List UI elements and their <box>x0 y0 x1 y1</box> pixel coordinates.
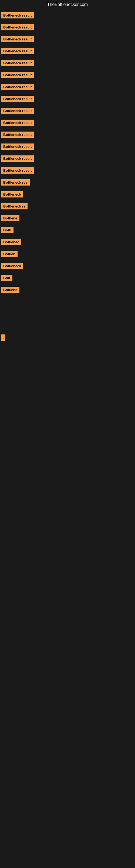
list-item: Bottleneck result <box>0 45 135 57</box>
list-item <box>0 319 135 332</box>
list-item <box>0 308 135 319</box>
list-item: Bottleneck result <box>0 69 135 81</box>
list-item: Bottleneck <box>0 188 135 200</box>
bottleneck-badge[interactable]: Bottleneck re <box>1 203 28 209</box>
list-item <box>0 355 135 367</box>
list-item: Bottlen <box>0 248 135 260</box>
list-item: Bottleneck result <box>0 81 135 93</box>
list-item: Bottleneck result <box>0 129 135 141</box>
bottleneck-badge[interactable]: Bottlene <box>1 287 19 293</box>
list-item: Bottleneck result <box>0 93 135 105</box>
list-item: … <box>0 332 135 343</box>
list-item <box>0 343 135 355</box>
page-wrapper: TheBottlenecker.com Bottleneck resultBot… <box>0 0 135 379</box>
list-item: Bottleneck res <box>0 176 135 188</box>
list-item: Bottleneck result <box>0 117 135 129</box>
list-item: Bottleneck result <box>0 57 135 69</box>
bottleneck-badge[interactable]: Bottleneck result <box>1 120 34 126</box>
bottleneck-badge[interactable]: Bottleneck result <box>1 108 34 114</box>
bottleneck-badge[interactable]: Bottleneck <box>1 191 23 197</box>
site-title: TheBottlenecker.com <box>0 0 135 9</box>
bottleneck-badge[interactable]: Bottleneck <box>1 263 23 269</box>
bottleneck-badge[interactable]: Bottleneck result <box>1 96 34 102</box>
list-item <box>0 296 135 308</box>
bottleneck-badge[interactable]: … <box>1 335 5 341</box>
bottleneck-badge[interactable]: Bottleneck result <box>1 167 34 174</box>
list-item: Bottlenec <box>0 236 135 248</box>
list-item: Bottleneck result <box>0 152 135 164</box>
list-item: Bottleneck result <box>0 9 135 21</box>
bottleneck-badge[interactable]: Bottleneck result <box>1 72 34 78</box>
bottleneck-badge[interactable]: Bottleneck res <box>1 179 30 186</box>
bottleneck-badge[interactable]: Bottleneck result <box>1 48 34 54</box>
list-item: Bottleneck result <box>0 164 135 176</box>
bottleneck-badge[interactable]: Bottleneck result <box>1 60 34 66</box>
bottleneck-badge[interactable]: Bottlen <box>1 251 17 257</box>
bottleneck-badge[interactable]: Bottleneck result <box>1 12 34 19</box>
bottleneck-badge[interactable]: Bottleneck result <box>1 131 34 138</box>
list-item: Bottleneck result <box>0 33 135 45</box>
list-item: Bottleneck re <box>0 200 135 212</box>
list-item: Bottleneck result <box>0 21 135 33</box>
list-item: Bottleneck <box>0 260 135 272</box>
bottleneck-badge[interactable]: Bottleneck result <box>1 36 34 42</box>
list-item: Bottleneck result <box>0 105 135 117</box>
bottleneck-badge[interactable]: Bott <box>1 275 12 281</box>
bottleneck-badge[interactable]: Bottl <box>1 227 13 233</box>
list-item: Bottl <box>0 224 135 236</box>
list-item: Bottlene <box>0 212 135 224</box>
bottleneck-badge[interactable]: Bottleneck result <box>1 144 34 150</box>
bottleneck-badge[interactable]: Bottlenec <box>1 239 21 245</box>
bottleneck-badge[interactable]: Bottlene <box>1 215 19 221</box>
list-item: Bottleneck result <box>0 141 135 152</box>
rows-container: Bottleneck resultBottleneck resultBottle… <box>0 9 135 379</box>
list-item <box>0 367 135 379</box>
bottleneck-badge[interactable]: Bottleneck result <box>1 155 34 162</box>
bottleneck-badge[interactable]: Bottleneck result <box>1 24 34 30</box>
list-item: Bottlene <box>0 284 135 296</box>
list-item: Bott <box>0 272 135 284</box>
bottleneck-badge[interactable]: Bottleneck result <box>1 84 34 90</box>
